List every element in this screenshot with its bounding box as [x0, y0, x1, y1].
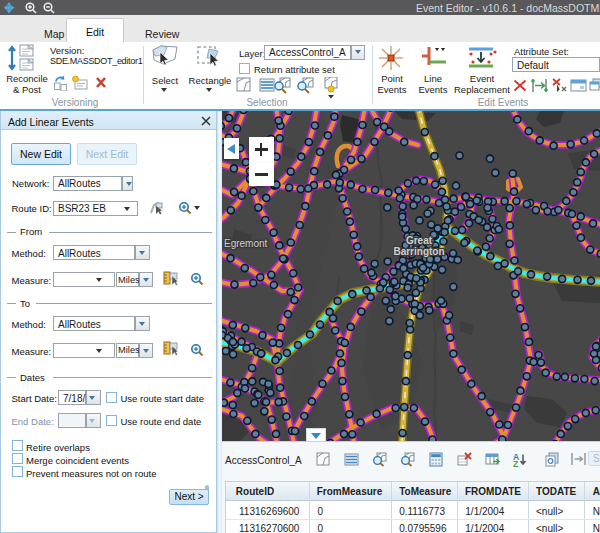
svg-text:Barrington: Barrington: [393, 246, 444, 257]
svg-text:Great: Great: [406, 235, 433, 246]
svg-text:Egremont: Egremont: [224, 238, 268, 249]
svg-text:Z: Z: [513, 459, 518, 469]
